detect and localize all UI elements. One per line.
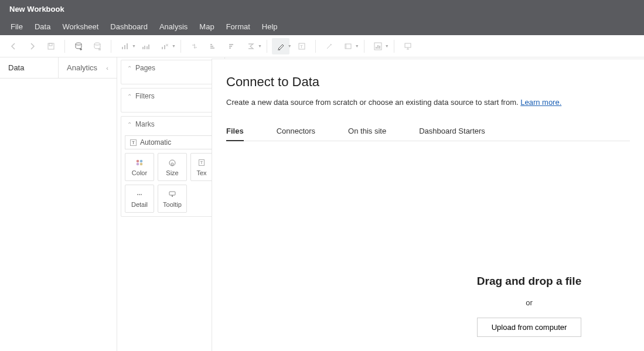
svg-rect-8: [148, 45, 149, 49]
show-me-button[interactable]: [369, 38, 387, 54]
presentation-button[interactable]: [399, 38, 417, 54]
text-icon: T: [130, 139, 137, 146]
menu-map[interactable]: Map: [193, 19, 220, 35]
svg-rect-35: [169, 192, 175, 195]
marks-type-dropdown[interactable]: T Automatic: [125, 135, 217, 149]
chevron-up-icon: ⌃: [127, 93, 132, 100]
menu-help[interactable]: Help: [256, 19, 284, 35]
menubar: File Data Worksheet Dashboard Analysis M…: [0, 18, 644, 35]
svg-point-32: [137, 194, 138, 195]
dropdown-caret-icon: ▼: [258, 44, 262, 48]
svg-rect-1: [49, 43, 52, 46]
tab-analytics[interactable]: Analytics ‹: [59, 57, 117, 78]
svg-rect-6: [144, 46, 145, 49]
svg-rect-5: [142, 47, 144, 49]
toolbar-separator: [111, 40, 111, 53]
upload-from-computer-button[interactable]: Upload from computer: [477, 318, 582, 337]
marks-tooltip-button[interactable]: Tooltip: [158, 185, 187, 213]
svg-rect-15: [229, 46, 232, 47]
clear-button[interactable]: [156, 38, 173, 54]
labels-button[interactable]: T: [293, 38, 311, 54]
dialog-subtitle: Create a new data source from scratch or…: [226, 98, 630, 107]
menu-analysis[interactable]: Analysis: [154, 19, 193, 35]
color-icon: [135, 158, 144, 167]
menu-dashboard[interactable]: Dashboard: [104, 19, 154, 35]
tab-connectors[interactable]: Connectors: [277, 122, 315, 141]
totals-button[interactable]: [242, 38, 260, 54]
svg-rect-20: [345, 44, 347, 49]
svg-rect-3: [124, 45, 125, 49]
marks-type-label: Automatic: [140, 138, 171, 146]
marks-color-button[interactable]: Color: [125, 153, 154, 181]
detail-icon: [135, 189, 144, 199]
menu-format[interactable]: Format: [220, 19, 256, 35]
sort-desc-button[interactable]: [223, 38, 241, 54]
left-panel-tabs: Data Analytics ‹: [0, 57, 117, 79]
tooltip-icon: [168, 189, 176, 199]
file-drop-zone[interactable]: Drag and drop a file or Upload from comp…: [424, 141, 635, 351]
svg-point-26: [137, 160, 139, 163]
marks-size-button[interactable]: Size: [158, 153, 187, 181]
svg-rect-25: [405, 43, 411, 47]
svg-rect-13: [210, 47, 214, 49]
drop-zone-heading: Drag and drop a file: [477, 275, 581, 288]
marks-color-label: Color: [132, 169, 147, 176]
tab-data[interactable]: Data: [0, 57, 59, 78]
text-icon: T: [199, 158, 205, 167]
svg-rect-24: [379, 46, 380, 49]
marks-label: Marks: [135, 120, 155, 128]
svg-rect-7: [146, 46, 148, 49]
learn-more-link[interactable]: Learn more.: [520, 98, 561, 107]
svg-point-29: [140, 163, 143, 166]
data-panel: Data Analytics ‹: [0, 57, 117, 351]
filters-shelf[interactable]: ⌃Filters: [121, 88, 221, 113]
svg-rect-23: [377, 45, 379, 49]
fit-button[interactable]: [339, 38, 357, 54]
dropdown-caret-icon: ▼: [132, 44, 136, 48]
toolbar-separator: [64, 40, 65, 53]
svg-rect-2: [122, 47, 123, 49]
svg-text:T: T: [300, 44, 303, 49]
highlight-button[interactable]: [272, 38, 289, 54]
svg-point-27: [140, 160, 143, 163]
toolbar-separator: [180, 40, 181, 53]
forward-button[interactable]: [23, 38, 41, 54]
marks-text-button[interactable]: T Tex: [190, 153, 213, 181]
menu-worksheet[interactable]: Worksheet: [56, 19, 104, 35]
connect-to-data-dialog: Connect to Data Create a new data source…: [212, 59, 644, 351]
size-icon: [168, 158, 176, 167]
back-button[interactable]: [5, 38, 22, 54]
svg-rect-16: [229, 47, 231, 49]
workbook-title: New Workbook: [9, 5, 64, 13]
chevron-left-icon: ‹: [106, 64, 108, 71]
menu-file[interactable]: File: [5, 19, 29, 35]
svg-rect-10: [164, 45, 165, 49]
chevron-up-icon: ⌃: [127, 65, 132, 71]
chevron-up-icon: ⌃: [127, 121, 132, 128]
dialog-title: Connect to Data: [226, 74, 630, 90]
swap-button[interactable]: [186, 38, 203, 54]
tab-files[interactable]: Files: [226, 122, 244, 141]
svg-point-31: [171, 163, 173, 165]
dialog-tabs: Files Connectors On this site Dashboard …: [226, 122, 630, 141]
new-worksheet-button[interactable]: [116, 38, 134, 54]
tab-on-this-site[interactable]: On this site: [348, 122, 386, 141]
menu-data[interactable]: Data: [29, 19, 56, 35]
titlebar: New Workbook: [0, 0, 644, 18]
save-button[interactable]: [42, 38, 60, 54]
pages-shelf[interactable]: ⌃Pages: [121, 60, 221, 84]
toolbar: ▼ ▼ ▼ ▼ T ▼: [0, 35, 644, 57]
svg-rect-22: [376, 47, 377, 49]
dropdown-caret-icon: ▼: [385, 44, 389, 48]
pause-updates-button[interactable]: [88, 38, 106, 54]
duplicate-button[interactable]: [137, 38, 155, 54]
dropdown-caret-icon: ▼: [172, 44, 176, 48]
marks-detail-button[interactable]: Detail: [125, 185, 154, 213]
sort-asc-button[interactable]: [205, 38, 222, 54]
tab-dashboard-starters[interactable]: Dashboard Starters: [419, 122, 485, 141]
new-data-source-button[interactable]: [70, 38, 87, 54]
cards-panel: ⌃Pages ⌃Filters ⌃Marks T Automatic Color: [117, 57, 225, 351]
svg-rect-14: [229, 44, 233, 45]
format-button[interactable]: [321, 38, 338, 54]
marks-tooltip-label: Tooltip: [163, 201, 182, 208]
